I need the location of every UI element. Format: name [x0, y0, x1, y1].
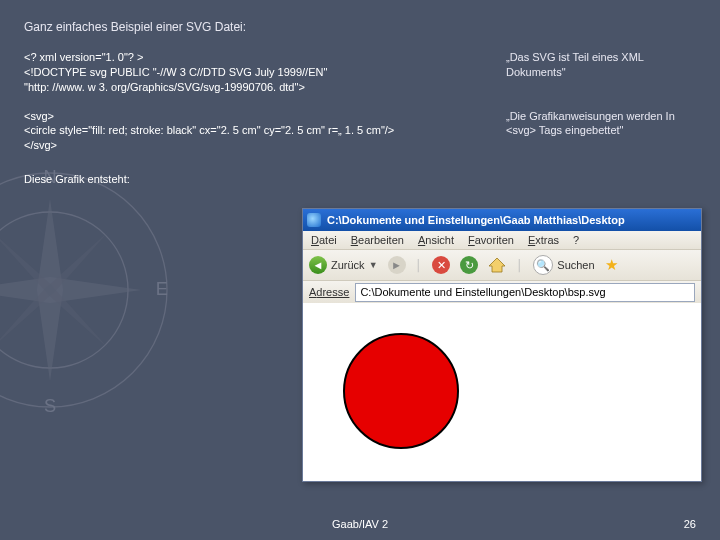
address-input[interactable] [355, 283, 695, 302]
toolbar: ◄ Zurück ▼ ► │ ✕ ↻ │ 🔍 Suchen ★ [303, 249, 701, 281]
menu-datei[interactable]: DDateiatei [311, 234, 337, 246]
search-icon: 🔍 [533, 255, 553, 275]
titlebar: C:\Dokumente und Einstellungen\Gaab Matt… [303, 209, 701, 231]
search-label: Suchen [557, 259, 594, 271]
home-icon[interactable] [488, 257, 506, 273]
svg-annotation: „Die Grafikanweisungen werden In <svg> T… [506, 109, 696, 139]
xml-annotation: „Das SVG ist Teil eines XML Dokuments" [506, 50, 696, 80]
chevron-down-icon: ▼ [369, 260, 378, 270]
forward-icon[interactable]: ► [388, 256, 406, 274]
address-bar: AAdressedresse [303, 281, 701, 303]
menubar: DDateiatei Bearbeiten Ansicht Favoriten … [303, 231, 701, 249]
slide-footer: Gaab/IAV 2 [0, 518, 720, 530]
ie-window: C:\Dokumente und Einstellungen\Gaab Matt… [302, 208, 702, 482]
svg-marker-10 [489, 258, 505, 272]
menu-extras[interactable]: Extras [528, 234, 559, 246]
browser-content [303, 303, 701, 481]
red-circle [343, 333, 459, 449]
favorites-icon[interactable]: ★ [605, 256, 618, 274]
page-number: 26 [684, 518, 696, 530]
menu-bearbeiten[interactable]: Bearbeiten [351, 234, 404, 246]
svg-code: <svg> <circle style="fill: red; stroke: … [24, 109, 494, 154]
back-button[interactable]: ◄ Zurück ▼ [309, 256, 378, 274]
back-label: Zurück [331, 259, 365, 271]
ie-icon [307, 213, 321, 227]
stop-icon[interactable]: ✕ [432, 256, 450, 274]
menu-favoriten[interactable]: Favoriten [468, 234, 514, 246]
xml-declaration-code: <? xml version="1. 0"? > <!DOCTYPE svg P… [24, 50, 494, 95]
slide-heading: Ganz einfaches Beispiel einer SVG Datei: [24, 20, 696, 34]
refresh-icon[interactable]: ↻ [460, 256, 478, 274]
window-title: C:\Dokumente und Einstellungen\Gaab Matt… [327, 214, 625, 226]
result-label: Diese Grafik entsteht: [24, 173, 696, 185]
menu-ansicht[interactable]: Ansicht [418, 234, 454, 246]
search-button[interactable]: 🔍 Suchen [533, 255, 594, 275]
menu-help[interactable]: ? [573, 234, 579, 246]
address-label: AAdressedresse [309, 286, 349, 298]
back-icon: ◄ [309, 256, 327, 274]
